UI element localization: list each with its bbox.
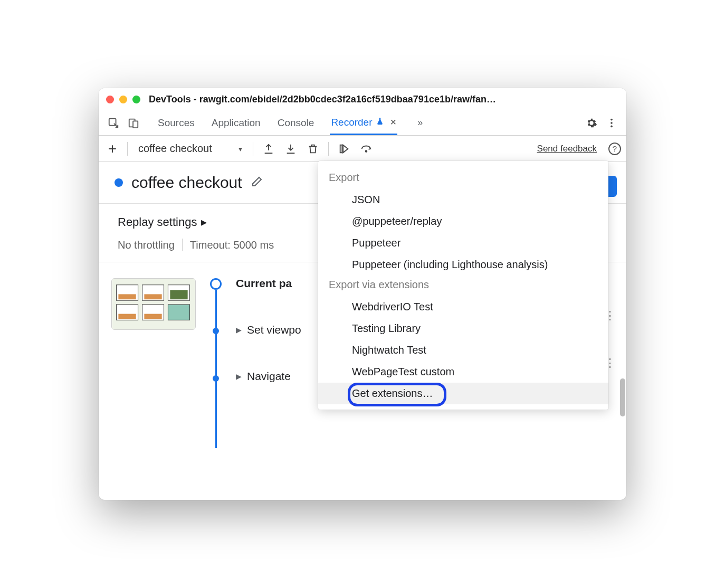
delete-icon[interactable] — [304, 140, 322, 158]
step-set-viewport-label: Set viewpo — [247, 324, 301, 336]
svg-rect-14 — [170, 290, 187, 300]
separator — [182, 239, 183, 251]
svg-point-5 — [610, 125, 613, 127]
new-recording-button[interactable]: + — [104, 140, 121, 157]
recording-title: coffee checkout — [131, 174, 242, 192]
tab-sources[interactable]: Sources — [157, 112, 196, 134]
export-webpagetest[interactable]: WebPageTest custom — [318, 361, 608, 383]
svg-rect-6 — [340, 145, 342, 153]
tab-console-label: Console — [278, 117, 314, 129]
export-nightwatch[interactable]: Nightwatch Test — [318, 339, 608, 361]
step-navigate-label: Navigate — [247, 370, 291, 383]
inspect-icon[interactable] — [105, 115, 122, 131]
export-puppeteer-lighthouse[interactable]: Puppeteer (including Lighthouse analysis… — [318, 254, 608, 276]
export-puppeteer[interactable]: Puppeteer — [318, 232, 608, 254]
close-window-dot[interactable] — [106, 96, 114, 103]
settings-gear-icon[interactable] — [583, 115, 600, 131]
tab-application-label: Application — [212, 117, 261, 129]
tab-recorder[interactable]: Recorder × — [330, 111, 397, 135]
close-tab-icon[interactable]: × — [387, 116, 397, 128]
more-menu-icon[interactable] — [603, 115, 620, 131]
get-extensions[interactable]: Get extensions… — [318, 383, 608, 404]
recording-selector[interactable]: coffee checkout ▾ — [134, 143, 246, 155]
chevron-right-icon: ▶ — [236, 372, 242, 381]
separator — [127, 142, 128, 156]
window-title: DevTools - rawgit.com/ebidel/2d2bb0cdec3… — [149, 94, 619, 105]
edit-title-icon[interactable] — [251, 175, 263, 190]
help-icon[interactable]: ? — [608, 143, 621, 155]
chevron-right-icon: ▸ — [201, 215, 207, 229]
svg-point-4 — [610, 122, 613, 124]
more-tabs-icon[interactable]: » — [417, 117, 423, 128]
minimize-window-dot[interactable] — [119, 96, 127, 103]
import-icon[interactable] — [282, 140, 300, 158]
svg-rect-2 — [133, 121, 138, 128]
throttling-value: No throttling — [118, 239, 175, 251]
timeline-node — [213, 375, 219, 382]
timeline-track — [208, 278, 223, 383]
tab-sources-label: Sources — [158, 117, 195, 129]
tabbar: Sources Application Console Recorder × » — [99, 110, 626, 136]
separator — [328, 142, 329, 156]
export-icon[interactable] — [260, 140, 278, 158]
scrollbar-thumb[interactable] — [620, 378, 625, 416]
recording-selector-label: coffee checkout — [138, 143, 212, 155]
titlebar: DevTools - rawgit.com/ebidel/2d2bb0cdec3… — [99, 88, 626, 110]
tab-console[interactable]: Console — [276, 112, 316, 134]
step-over-icon[interactable] — [357, 140, 375, 158]
device-toggle-icon[interactable] — [125, 115, 142, 131]
export-section-header: Export — [318, 168, 608, 189]
svg-rect-16 — [118, 314, 136, 319]
export-puppeteer-replay[interactable]: @puppeteer/replay — [318, 211, 608, 232]
replay-settings-label: Replay settings — [118, 215, 197, 229]
export-extensions-section-header: Export via extensions — [318, 276, 608, 296]
timeline-line — [215, 290, 217, 448]
separator — [253, 142, 253, 156]
svg-point-3 — [610, 118, 613, 120]
tab-recorder-label: Recorder — [331, 117, 372, 128]
replay-icon[interactable] — [335, 140, 353, 158]
chevron-down-icon: ▾ — [239, 145, 242, 153]
flask-icon — [376, 117, 384, 128]
svg-rect-10 — [118, 294, 136, 299]
timeline-node-start — [210, 278, 222, 290]
export-webdriverio[interactable]: WebdriverIO Test — [318, 296, 608, 318]
traffic-lights — [106, 96, 140, 103]
svg-point-7 — [365, 150, 367, 152]
export-json[interactable]: JSON — [318, 189, 608, 211]
recording-indicator-icon — [115, 178, 123, 187]
export-dropdown: Export JSON @puppeteer/replay Puppeteer … — [318, 161, 608, 410]
svg-rect-18 — [144, 314, 161, 319]
tab-application[interactable]: Application — [211, 112, 262, 134]
send-feedback-link[interactable]: Send feedback — [537, 144, 597, 154]
timeout-value: Timeout: 5000 ms — [190, 239, 274, 251]
panel-tabs: Sources Application Console Recorder × » — [157, 111, 423, 135]
recorder-toolbar: + coffee checkout ▾ Send feedback ? — [99, 136, 626, 162]
zoom-window-dot[interactable] — [132, 96, 140, 103]
chevron-right-icon: ▶ — [236, 326, 242, 334]
svg-rect-12 — [144, 294, 161, 299]
export-testing-library[interactable]: Testing Library — [318, 318, 608, 339]
svg-rect-19 — [168, 305, 189, 320]
page-thumbnail — [111, 278, 196, 330]
devtools-window: DevTools - rawgit.com/ebidel/2d2bb0cdec3… — [99, 88, 626, 500]
timeline-node — [213, 328, 219, 334]
